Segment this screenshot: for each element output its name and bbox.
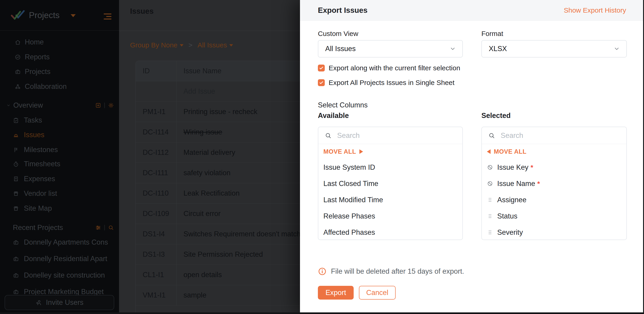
drag-or-locked-icon[interactable] <box>487 164 493 170</box>
export-issues-modal: Export Issues Show Export History Custom… <box>300 0 644 314</box>
checkbox-checked-icon[interactable] <box>318 65 325 71</box>
sidebar-collapse-icon[interactable] <box>103 12 112 19</box>
issue-row[interactable]: DC-I112 Material delivery <box>136 143 300 163</box>
recent-project-item[interactable]: Donnelly Residential Apart <box>0 252 119 266</box>
sidebar-module-item[interactable]: Site Map <box>0 201 119 216</box>
export-button[interactable]: Export <box>318 286 354 300</box>
brand-title[interactable]: Projects <box>29 10 60 20</box>
selected-column-item[interactable]: Issue Name * <box>482 175 626 192</box>
issue-row[interactable]: DC-I110 Leak Rectification <box>136 183 300 204</box>
format-label: Format <box>482 30 503 37</box>
gear-icon[interactable] <box>108 102 114 108</box>
drag-or-locked-icon[interactable] <box>487 213 493 219</box>
issue-row[interactable]: DS1-I3 Site Permission Rejected <box>136 244 300 265</box>
sidebar-module-item[interactable]: Milestones <box>0 143 119 157</box>
drag-or-locked-icon[interactable] <box>487 197 493 203</box>
column-header-issue-name[interactable]: Issue Name <box>176 61 300 81</box>
sidebar-item-label: Collaboration <box>25 82 67 91</box>
available-label: Available <box>318 112 349 120</box>
project-briefcase-icon <box>13 239 19 246</box>
selected-column-item[interactable]: Assignee <box>482 192 626 208</box>
available-search-input[interactable] <box>337 131 438 140</box>
move-all-right-button[interactable]: MOVE ALL <box>318 144 462 159</box>
project-briefcase-icon <box>13 256 19 262</box>
invite-users-button[interactable]: Invite Users <box>4 295 114 310</box>
selected-search-input[interactable] <box>500 131 601 140</box>
add-view-icon[interactable] <box>95 102 101 108</box>
selected-column-item[interactable]: Status <box>482 208 626 224</box>
available-column-item[interactable]: Affected Phases <box>318 224 462 240</box>
issue-name-cell: safety violation <box>176 163 300 183</box>
window-bottom-edge <box>0 313 644 314</box>
issue-id-cell: DC-I114 <box>136 122 176 142</box>
project-name: Donnelly Residential Apart <box>24 255 107 263</box>
sidebar-item-icon <box>15 84 21 90</box>
drag-or-locked-icon[interactable] <box>487 229 493 235</box>
available-columns-list: Issue System ID Last Closed Time Last Mo… <box>318 159 462 240</box>
module-label: Tasks <box>24 116 42 124</box>
issue-row[interactable]: DC-I114 Wiring issue <box>136 122 300 143</box>
search-icon[interactable] <box>108 225 114 231</box>
module-icon <box>13 190 19 197</box>
issue-row[interactable]: CL1-I1 open details <box>136 265 300 285</box>
sidebar-nav-item[interactable]: Home <box>0 35 119 49</box>
chevron-down-icon <box>6 103 10 107</box>
checkbox-label: Export All Projects Issues in Single She… <box>329 79 454 87</box>
caret-down-icon <box>229 44 233 48</box>
column-label: Issue Name <box>497 179 535 188</box>
format-select[interactable]: XLSX <box>482 40 627 57</box>
app-window: Projects Home Reports Projects <box>0 0 644 314</box>
invite-users-label: Invite Users <box>46 299 84 307</box>
issue-id-cell: DS1-I4 <box>136 224 176 244</box>
overview-section-header[interactable]: Overview <box>0 98 119 113</box>
issue-row[interactable]: DC-I109 Circuit error <box>136 204 300 224</box>
issue-row[interactable]: PM1-I1 Printing issue - recheck <box>136 102 300 122</box>
sidebar-module-item[interactable]: Issues <box>0 128 119 142</box>
sidebar-module-item[interactable]: Timesheets <box>0 157 119 171</box>
column-header-id[interactable]: ID <box>136 61 176 81</box>
brand-caret-down-icon[interactable] <box>71 14 76 20</box>
module-label: Issues <box>24 131 44 139</box>
filter-sliders-icon[interactable] <box>95 225 101 231</box>
checkbox-checked-icon[interactable] <box>318 79 325 86</box>
group-by-dropdown[interactable]: Group By None <box>130 41 184 49</box>
add-issue-row[interactable]: Add Issue <box>136 81 300 102</box>
available-search-row <box>318 127 462 144</box>
issue-row[interactable]: VM1-I1 sample <box>136 285 300 306</box>
sidebar-module-item[interactable]: Tasks <box>0 113 119 128</box>
selected-column-item[interactable]: Issue Key * <box>482 159 626 175</box>
sidebar: Projects Home Reports Projects <box>0 0 119 314</box>
sidebar-nav-item[interactable]: Collaboration <box>0 79 119 94</box>
cancel-button[interactable]: Cancel <box>359 286 396 300</box>
sidebar-nav-item[interactable]: Reports <box>0 50 119 64</box>
single-sheet-checkbox-row[interactable]: Export All Projects Issues in Single She… <box>318 79 454 87</box>
custom-view-value: All Issues <box>325 45 356 53</box>
available-column-item[interactable]: Last Modified Time <box>318 192 462 208</box>
custom-view-select[interactable]: All Issues <box>318 40 463 57</box>
filter-selection-checkbox-row[interactable]: Export along with the current filter sel… <box>318 64 460 72</box>
available-column-item[interactable]: Last Closed Time <box>318 175 462 192</box>
issue-name-cell: open details <box>176 265 300 285</box>
issue-row[interactable]: DS1-I4 Switches Requirement doesn't matc… <box>136 224 300 244</box>
drag-or-locked-icon[interactable] <box>487 180 493 187</box>
column-label: Assignee <box>497 196 526 204</box>
show-export-history-link[interactable]: Show Export History <box>564 6 626 14</box>
recent-project-item[interactable]: Donnelly Apartments Cons <box>0 235 119 250</box>
recent-project-item[interactable]: Donelley site construction <box>0 268 119 283</box>
modal-header: Export Issues Show Export History <box>300 0 644 21</box>
selected-search-row <box>482 127 626 144</box>
issue-id-cell: CL1-I1 <box>136 265 176 285</box>
available-column-item[interactable]: Release Phases <box>318 208 462 224</box>
add-issue-placeholder: Add Issue <box>176 81 300 101</box>
sidebar-module-item[interactable]: Expenses <box>0 171 119 186</box>
view-dropdown[interactable]: All Issues <box>198 41 233 49</box>
selected-column-item[interactable]: Severity <box>482 224 626 240</box>
required-asterisk: * <box>530 163 533 171</box>
available-column-item[interactable]: Issue System ID <box>318 159 462 175</box>
issue-name-cell: Wiring issue <box>176 122 300 142</box>
move-all-left-button[interactable]: MOVE ALL <box>482 144 626 159</box>
sidebar-module-item[interactable]: Vendor list <box>0 186 119 201</box>
issue-row[interactable]: DC-I111 safety violation <box>136 163 300 183</box>
sidebar-nav-item[interactable]: Projects <box>0 64 119 79</box>
module-icon <box>13 205 19 212</box>
